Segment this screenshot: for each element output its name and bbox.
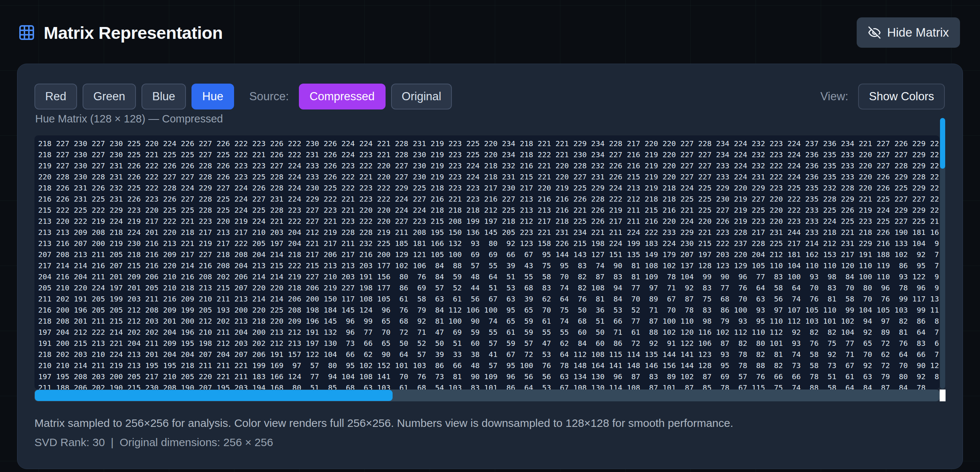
- matrix-card: Red Green Blue Hue Source: Compressed Or…: [17, 63, 963, 469]
- matrix-row: 219 227 230 227 231 226 222 226 226 228 …: [38, 160, 940, 171]
- app-header: Matrix Representation Hide Matrix: [18, 15, 960, 50]
- matrix-row: 213 220 222 219 224 219 217 222 221 223 …: [38, 215, 940, 227]
- horizontal-scrollbar-thumb[interactable]: [35, 390, 393, 401]
- matrix-row: 213 216 207 200 219 230 216 213 221 219 …: [38, 238, 940, 249]
- view-label: View:: [820, 90, 848, 103]
- matrix-row: 215 222 225 222 229 223 220 225 225 228 …: [38, 204, 940, 215]
- matrix-caption: Hue Matrix (128 × 128) — Compressed: [35, 113, 223, 125]
- matrix-row: 213 213 209 208 218 224 201 220 218 217 …: [38, 227, 940, 238]
- matrix-row: 218 208 201 211 215 212 203 201 200 212 …: [38, 315, 940, 326]
- matrix-row: 191 200 215 213 221 204 211 209 195 198 …: [38, 338, 940, 349]
- source-button-compressed[interactable]: Compressed: [299, 84, 385, 109]
- hide-matrix-button[interactable]: Hide Matrix: [857, 17, 960, 48]
- matrix-row: 210 210 214 211 219 213 195 195 218 211 …: [38, 360, 940, 371]
- page-title: Matrix Representation: [44, 22, 223, 43]
- channel-button-blue[interactable]: Blue: [142, 84, 186, 109]
- matrix-row: 216 200 196 205 205 212 208 209 199 205 …: [38, 304, 940, 315]
- svd-rank-value: SVD Rank: 30: [35, 436, 105, 449]
- matrix-row: 211 202 191 205 199 203 211 216 209 210 …: [38, 293, 940, 304]
- toolbar: Red Green Blue Hue Source: Compressed Or…: [35, 83, 945, 110]
- matrix-row: 204 216 204 211 201 209 206 210 216 208 …: [38, 271, 940, 282]
- matrix-row: 218 227 230 227 230 225 220 224 226 227 …: [38, 138, 940, 149]
- hide-matrix-label: Hide Matrix: [887, 25, 949, 40]
- matrix-row: 220 228 230 228 231 226 222 227 227 228 …: [38, 171, 940, 182]
- matrix-row: 218 227 230 227 230 225 221 225 225 227 …: [38, 149, 940, 160]
- matrix-row: 211 188 206 202 190 215 230 208 190 207 …: [38, 382, 940, 390]
- matrix-viewport[interactable]: 218 227 230 227 230 225 220 224 226 227 …: [35, 135, 940, 390]
- show-colors-button[interactable]: Show Colors: [858, 84, 945, 109]
- vertical-scrollbar-thumb[interactable]: [940, 118, 945, 169]
- scrollbar-corner: [940, 390, 945, 401]
- original-dimensions-value: Original dimensions: 256 × 256: [119, 436, 273, 449]
- footer-meta: SVD Rank: 30 | Original dimensions: 256 …: [35, 436, 273, 449]
- grid-icon: [18, 24, 35, 41]
- matrix-row: 218 226 231 226 232 225 222 228 224 229 …: [38, 182, 940, 193]
- matrix-row: 218 202 203 210 224 213 201 204 204 207 …: [38, 349, 940, 360]
- matrix-row: 207 208 213 211 205 218 216 209 217 227 …: [38, 249, 940, 260]
- matrix-row: 205 210 220 224 197 201 205 210 218 213 …: [38, 282, 940, 293]
- matrix-row: 217 214 214 216 207 215 216 220 214 216 …: [38, 260, 940, 271]
- matrix-row: 216 226 231 225 231 226 223 226 227 228 …: [38, 193, 940, 204]
- footer-separator: |: [111, 436, 114, 449]
- matrix-row: 197 195 208 203 200 205 217 210 205 220 …: [38, 371, 940, 382]
- footer-note: Matrix sampled to 256×256 for analysis. …: [35, 417, 733, 429]
- source-label: Source:: [249, 90, 289, 103]
- eye-off-icon: [868, 26, 881, 39]
- channel-button-red[interactable]: Red: [35, 84, 77, 109]
- matrix-row: 197 204 212 222 214 202 202 204 196 210 …: [38, 326, 940, 338]
- channel-button-green[interactable]: Green: [83, 84, 136, 109]
- matrix-rows: 218 227 230 227 230 225 220 224 226 227 …: [35, 135, 940, 390]
- source-button-original[interactable]: Original: [391, 84, 452, 109]
- channel-button-hue[interactable]: Hue: [191, 84, 234, 109]
- title-wrap: Matrix Representation: [18, 22, 223, 43]
